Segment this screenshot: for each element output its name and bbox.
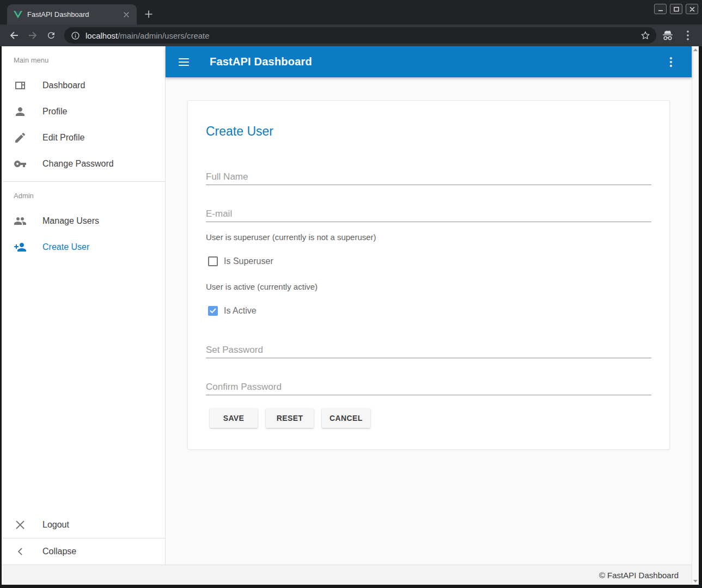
page-frame: Main menu Dashboard Profile bbox=[0, 46, 702, 588]
people-icon bbox=[14, 215, 27, 228]
is-active-label: Is Active bbox=[224, 306, 257, 316]
browser-menu-icon[interactable] bbox=[681, 29, 694, 42]
sidebar-item-create-user[interactable]: Create User bbox=[2, 234, 165, 260]
tab-close-icon[interactable] bbox=[121, 10, 131, 20]
sidebar-item-dashboard[interactable]: Dashboard bbox=[2, 72, 165, 99]
vue-logo-icon bbox=[14, 11, 22, 19]
page: Main menu Dashboard Profile bbox=[2, 46, 699, 585]
full-name-field-wrap bbox=[206, 169, 651, 185]
save-button[interactable]: SAVE bbox=[210, 408, 258, 428]
active-hint: User is active (currently active) bbox=[206, 281, 651, 292]
set-password-input[interactable] bbox=[206, 342, 651, 358]
chevron-left-icon bbox=[14, 545, 27, 558]
sidebar-item-edit-profile[interactable]: Edit Profile bbox=[2, 125, 165, 151]
window-close-button[interactable] bbox=[686, 4, 698, 14]
sidebar-item-logout[interactable]: Logout bbox=[2, 512, 165, 538]
browser-toolbar: localhost/main/admin/users/create bbox=[0, 24, 702, 46]
confirm-password-field-wrap bbox=[206, 379, 651, 395]
person-add-icon bbox=[14, 241, 27, 254]
scrollbar-up-icon[interactable] bbox=[693, 48, 698, 51]
full-name-input[interactable] bbox=[206, 169, 651, 185]
sidebar-section-main-menu: Main menu bbox=[2, 46, 165, 65]
reset-button[interactable]: RESET bbox=[266, 408, 314, 428]
main-content: Create User User is superuser (currently… bbox=[166, 77, 692, 565]
url-bar[interactable]: localhost/main/admin/users/create bbox=[64, 27, 656, 44]
close-icon bbox=[14, 518, 27, 531]
is-superuser-checkbox[interactable] bbox=[208, 256, 218, 266]
page-scrollbar[interactable] bbox=[692, 46, 699, 585]
url-host: localhost bbox=[86, 31, 118, 40]
app-header: FastAPI Dashboard bbox=[166, 46, 692, 77]
window-controls bbox=[654, 4, 698, 14]
toolbar-right bbox=[662, 29, 697, 42]
url-path: /main/admin/users/create bbox=[118, 31, 209, 40]
is-active-checkbox[interactable] bbox=[208, 306, 218, 316]
dashboard-icon bbox=[14, 79, 27, 92]
browser-tab-strip: FastAPI Dashboard bbox=[0, 0, 702, 24]
page-title: Create User bbox=[206, 124, 651, 139]
tab-title: FastAPI Dashboard bbox=[27, 10, 121, 19]
sidebar-section-admin: Admin bbox=[2, 182, 165, 201]
confirm-password-input[interactable] bbox=[206, 379, 651, 395]
is-active-checkbox-row[interactable]: Is Active bbox=[206, 304, 651, 317]
app-footer: © FastAPI Dashboard bbox=[2, 565, 692, 585]
create-user-card: Create User User is superuser (currently… bbox=[187, 100, 670, 450]
bookmark-star-icon[interactable] bbox=[639, 29, 652, 42]
back-button[interactable] bbox=[7, 28, 22, 43]
window-minimize-button[interactable] bbox=[654, 4, 667, 14]
incognito-icon bbox=[662, 30, 674, 41]
sidebar-item-change-password[interactable]: Change Password bbox=[2, 151, 165, 177]
person-icon bbox=[14, 105, 27, 118]
main-area: FastAPI Dashboard Create User bbox=[166, 46, 692, 565]
new-tab-button[interactable] bbox=[141, 7, 156, 22]
sidebar-item-collapse[interactable]: Collapse bbox=[2, 538, 165, 565]
sidebar-item-manage-users[interactable]: Manage Users bbox=[2, 208, 165, 234]
app-title: FastAPI Dashboard bbox=[210, 56, 312, 68]
forward-button[interactable] bbox=[25, 28, 40, 43]
browser-window: FastAPI Dashboard bbox=[0, 0, 702, 588]
form-actions: SAVE RESET CANCEL bbox=[206, 408, 651, 428]
email-input[interactable] bbox=[206, 206, 651, 222]
is-superuser-checkbox-row[interactable]: Is Superuser bbox=[206, 255, 651, 268]
pencil-icon bbox=[14, 131, 27, 144]
reload-button[interactable] bbox=[44, 28, 59, 43]
site-info-icon[interactable] bbox=[71, 31, 80, 40]
sidebar: Main menu Dashboard Profile bbox=[2, 46, 166, 565]
url-text[interactable]: localhost/main/admin/users/create bbox=[86, 31, 639, 40]
scrollbar-down-icon[interactable] bbox=[693, 580, 698, 583]
set-password-field-wrap bbox=[206, 342, 651, 358]
window-maximize-button[interactable] bbox=[670, 4, 682, 14]
key-icon bbox=[14, 157, 27, 170]
cancel-button[interactable]: CANCEL bbox=[322, 408, 370, 428]
app-menu-icon[interactable] bbox=[664, 56, 677, 69]
hamburger-menu-icon[interactable] bbox=[179, 56, 192, 69]
copyright-text: © FastAPI Dashboard bbox=[599, 571, 679, 580]
browser-tab[interactable]: FastAPI Dashboard bbox=[7, 4, 137, 24]
sidebar-item-profile[interactable]: Profile bbox=[2, 99, 165, 125]
email-field-wrap bbox=[206, 206, 651, 222]
superuser-hint: User is superuser (currently is not a su… bbox=[206, 232, 651, 243]
is-superuser-label: Is Superuser bbox=[224, 256, 273, 266]
